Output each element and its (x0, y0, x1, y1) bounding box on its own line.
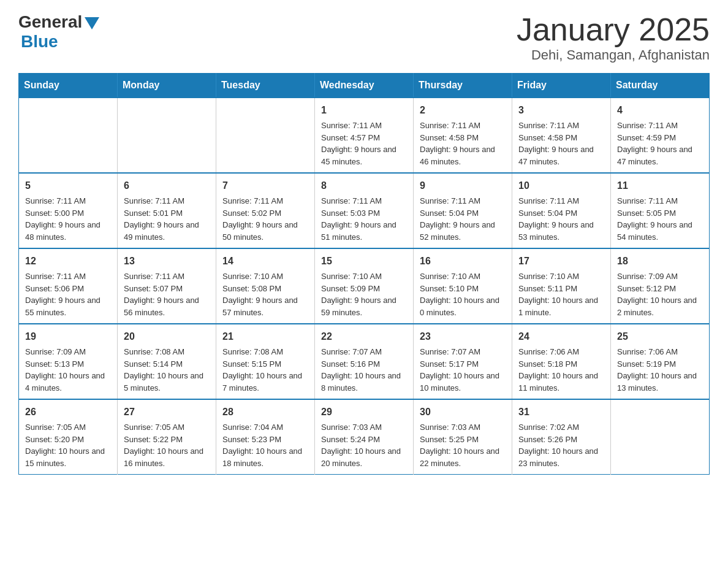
day-info: Sunrise: 7:07 AM Sunset: 5:16 PM Dayligh… (321, 346, 407, 394)
calendar-cell: 23Sunrise: 7:07 AM Sunset: 5:17 PM Dayli… (414, 324, 512, 399)
day-info: Sunrise: 7:11 AM Sunset: 4:58 PM Dayligh… (420, 120, 506, 167)
calendar-header-friday: Friday (512, 74, 611, 98)
day-info: Sunrise: 7:10 AM Sunset: 5:09 PM Dayligh… (321, 270, 407, 318)
calendar-cell: 24Sunrise: 7:06 AM Sunset: 5:18 PM Dayli… (512, 324, 611, 399)
calendar-cell: 30Sunrise: 7:03 AM Sunset: 5:25 PM Dayli… (414, 399, 512, 475)
calendar-cell: 17Sunrise: 7:10 AM Sunset: 5:11 PM Dayli… (512, 248, 611, 324)
day-info: Sunrise: 7:11 AM Sunset: 5:03 PM Dayligh… (321, 195, 407, 243)
calendar-week-row: 1Sunrise: 7:11 AM Sunset: 4:57 PM Daylig… (19, 98, 710, 173)
calendar-cell: 14Sunrise: 7:10 AM Sunset: 5:08 PM Dayli… (216, 248, 315, 324)
day-number: 19 (25, 329, 111, 344)
day-info: Sunrise: 7:10 AM Sunset: 5:10 PM Dayligh… (420, 270, 506, 318)
day-number: 2 (420, 103, 506, 118)
calendar-cell (611, 399, 710, 475)
day-number: 1 (321, 103, 407, 118)
calendar-cell: 22Sunrise: 7:07 AM Sunset: 5:16 PM Dayli… (315, 324, 414, 399)
day-number: 3 (518, 103, 604, 118)
calendar-header-wednesday: Wednesday (315, 74, 414, 98)
calendar-cell: 21Sunrise: 7:08 AM Sunset: 5:15 PM Dayli… (216, 324, 315, 399)
calendar-cell: 16Sunrise: 7:10 AM Sunset: 5:10 PM Dayli… (414, 248, 512, 324)
day-number: 22 (321, 329, 407, 344)
calendar-cell: 20Sunrise: 7:08 AM Sunset: 5:14 PM Dayli… (118, 324, 216, 399)
day-number: 21 (222, 329, 308, 344)
day-info: Sunrise: 7:11 AM Sunset: 5:06 PM Dayligh… (25, 270, 111, 318)
calendar-cell: 1Sunrise: 7:11 AM Sunset: 4:57 PM Daylig… (315, 98, 414, 173)
day-info: Sunrise: 7:03 AM Sunset: 5:25 PM Dayligh… (420, 421, 506, 469)
calendar-cell (118, 98, 216, 173)
calendar-header-monday: Monday (118, 74, 216, 98)
day-number: 15 (321, 254, 407, 269)
calendar-cell: 6Sunrise: 7:11 AM Sunset: 5:01 PM Daylig… (118, 173, 216, 248)
day-info: Sunrise: 7:09 AM Sunset: 5:13 PM Dayligh… (25, 346, 111, 394)
calendar-cell: 5Sunrise: 7:11 AM Sunset: 5:00 PM Daylig… (19, 173, 118, 248)
day-info: Sunrise: 7:03 AM Sunset: 5:24 PM Dayligh… (321, 421, 407, 469)
day-info: Sunrise: 7:08 AM Sunset: 5:14 PM Dayligh… (124, 346, 210, 394)
calendar-cell: 28Sunrise: 7:04 AM Sunset: 5:23 PM Dayli… (216, 399, 315, 475)
day-info: Sunrise: 7:11 AM Sunset: 5:04 PM Dayligh… (518, 195, 604, 243)
day-number: 6 (124, 178, 210, 193)
calendar-header-row: SundayMondayTuesdayWednesdayThursdayFrid… (19, 74, 710, 98)
day-number: 23 (420, 329, 506, 344)
calendar-cell: 31Sunrise: 7:02 AM Sunset: 5:26 PM Dayli… (512, 399, 611, 475)
calendar-week-row: 12Sunrise: 7:11 AM Sunset: 5:06 PM Dayli… (19, 248, 710, 324)
day-info: Sunrise: 7:04 AM Sunset: 5:23 PM Dayligh… (222, 421, 308, 469)
calendar-cell: 4Sunrise: 7:11 AM Sunset: 4:59 PM Daylig… (611, 98, 710, 173)
day-number: 11 (617, 178, 703, 193)
day-number: 17 (518, 254, 604, 269)
day-info: Sunrise: 7:11 AM Sunset: 4:57 PM Dayligh… (321, 120, 407, 167)
calendar-cell: 13Sunrise: 7:11 AM Sunset: 5:07 PM Dayli… (118, 248, 216, 324)
calendar-cell: 3Sunrise: 7:11 AM Sunset: 4:58 PM Daylig… (512, 98, 611, 173)
calendar-cell: 18Sunrise: 7:09 AM Sunset: 5:12 PM Dayli… (611, 248, 710, 324)
day-info: Sunrise: 7:07 AM Sunset: 5:17 PM Dayligh… (420, 346, 506, 394)
calendar-cell: 10Sunrise: 7:11 AM Sunset: 5:04 PM Dayli… (512, 173, 611, 248)
day-number: 12 (25, 254, 111, 269)
day-info: Sunrise: 7:05 AM Sunset: 5:20 PM Dayligh… (25, 421, 111, 469)
day-info: Sunrise: 7:11 AM Sunset: 5:07 PM Dayligh… (124, 270, 210, 318)
calendar-subtitle: Dehi, Samangan, Afghanistan (517, 47, 710, 63)
day-number: 9 (420, 178, 506, 193)
day-number: 20 (124, 329, 210, 344)
day-number: 26 (25, 405, 111, 419)
day-info: Sunrise: 7:11 AM Sunset: 5:00 PM Dayligh… (25, 195, 111, 243)
calendar-cell (19, 98, 118, 173)
calendar-cell (216, 98, 315, 173)
calendar-header-tuesday: Tuesday (216, 74, 315, 98)
calendar-week-row: 26Sunrise: 7:05 AM Sunset: 5:20 PM Dayli… (19, 399, 710, 475)
calendar-cell: 8Sunrise: 7:11 AM Sunset: 5:03 PM Daylig… (315, 173, 414, 248)
day-number: 31 (518, 405, 604, 419)
day-info: Sunrise: 7:11 AM Sunset: 5:01 PM Dayligh… (124, 195, 210, 243)
day-number: 7 (222, 178, 308, 193)
calendar-cell: 12Sunrise: 7:11 AM Sunset: 5:06 PM Dayli… (19, 248, 118, 324)
day-number: 27 (124, 405, 210, 419)
calendar-cell: 29Sunrise: 7:03 AM Sunset: 5:24 PM Dayli… (315, 399, 414, 475)
day-number: 8 (321, 178, 407, 193)
day-number: 10 (518, 178, 604, 193)
day-number: 16 (420, 254, 506, 269)
day-info: Sunrise: 7:10 AM Sunset: 5:11 PM Dayligh… (518, 270, 604, 318)
calendar-header-saturday: Saturday (611, 74, 710, 98)
day-number: 28 (222, 405, 308, 419)
day-info: Sunrise: 7:11 AM Sunset: 5:05 PM Dayligh… (617, 195, 703, 243)
page-header: General Blue January 2025 Dehi, Samangan… (18, 12, 710, 63)
day-number: 18 (617, 254, 703, 269)
calendar-title: January 2025 (517, 12, 710, 47)
day-number: 25 (617, 329, 703, 344)
day-number: 5 (25, 178, 111, 193)
day-info: Sunrise: 7:09 AM Sunset: 5:12 PM Dayligh… (617, 270, 703, 318)
day-info: Sunrise: 7:10 AM Sunset: 5:08 PM Dayligh… (222, 270, 308, 318)
calendar-cell: 15Sunrise: 7:10 AM Sunset: 5:09 PM Dayli… (315, 248, 414, 324)
calendar-cell: 27Sunrise: 7:05 AM Sunset: 5:22 PM Dayli… (118, 399, 216, 475)
day-number: 24 (518, 329, 604, 344)
calendar-cell: 26Sunrise: 7:05 AM Sunset: 5:20 PM Dayli… (19, 399, 118, 475)
day-number: 4 (617, 103, 703, 118)
day-info: Sunrise: 7:11 AM Sunset: 5:02 PM Dayligh… (222, 195, 308, 243)
day-number: 14 (222, 254, 308, 269)
day-info: Sunrise: 7:06 AM Sunset: 5:18 PM Dayligh… (518, 346, 604, 394)
day-info: Sunrise: 7:11 AM Sunset: 4:58 PM Dayligh… (518, 120, 604, 167)
day-info: Sunrise: 7:05 AM Sunset: 5:22 PM Dayligh… (124, 421, 210, 469)
day-info: Sunrise: 7:08 AM Sunset: 5:15 PM Dayligh… (222, 346, 308, 394)
calendar-cell: 25Sunrise: 7:06 AM Sunset: 5:19 PM Dayli… (611, 324, 710, 399)
calendar-cell: 9Sunrise: 7:11 AM Sunset: 5:04 PM Daylig… (414, 173, 512, 248)
calendar-table: SundayMondayTuesdayWednesdayThursdayFrid… (18, 73, 710, 475)
logo-triangle-icon (85, 17, 99, 29)
